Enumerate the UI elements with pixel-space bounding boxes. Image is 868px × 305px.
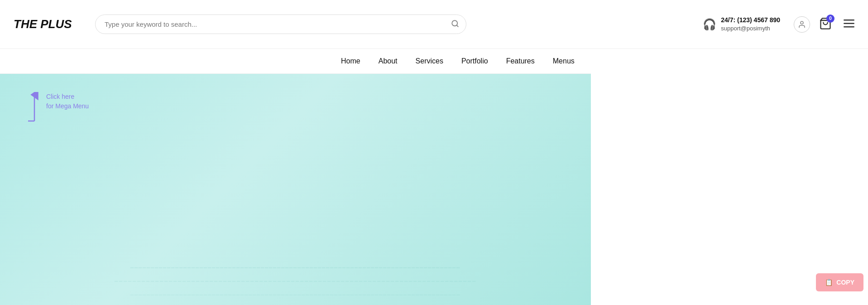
copy-icon: 📋 xyxy=(825,279,833,286)
logo: THE PLUS xyxy=(14,17,86,31)
svg-line-1 xyxy=(456,25,458,26)
headphone-icon: 🎧 xyxy=(703,18,716,31)
svg-rect-6 xyxy=(844,26,854,28)
content-area: Click here for Mega Menu ━━━━━━━━━━━━━━━… xyxy=(0,74,868,305)
search-icon xyxy=(451,19,459,28)
header-icons: 0 xyxy=(794,16,854,33)
search-bar xyxy=(95,15,466,34)
hamburger-icon[interactable] xyxy=(844,19,854,30)
main-nav-links: HomeAboutServicesPortfolioFeaturesMenusC… xyxy=(341,57,618,65)
contact-info: 🎧 24/7: (123) 4567 890 support@posimyth xyxy=(703,16,780,33)
contact-text: 24/7: (123) 4567 890 support@posimyth xyxy=(721,16,780,33)
nav-link-services[interactable]: Services xyxy=(416,57,443,65)
search-button[interactable] xyxy=(451,19,459,29)
cart-badge: 0 xyxy=(826,15,834,23)
svg-rect-4 xyxy=(844,19,854,21)
header: THE PLUS 🎧 24/7: (123) 4567 890 support@… xyxy=(0,0,868,49)
copy-button[interactable]: 📋 COPY xyxy=(816,273,863,291)
copy-label: COPY xyxy=(836,279,854,286)
arrow-up-icon xyxy=(27,92,42,116)
contact-email: support@posimyth xyxy=(721,24,780,33)
main-teal-area: Click here for Mega Menu ━━━━━━━━━━━━━━━… xyxy=(0,74,591,305)
nav-link-features[interactable]: Features xyxy=(506,57,535,65)
menu-icon xyxy=(844,19,854,28)
user-icon xyxy=(798,20,806,29)
mega-menu-hint: Click here for Mega Menu xyxy=(27,92,89,124)
svg-point-2 xyxy=(801,21,803,24)
background-pattern: ━━━━━━━━━━━━━━━━━━━━━━━━━━━━━━━━━━━━━━━━… xyxy=(115,262,477,300)
user-icon-button[interactable] xyxy=(794,16,810,33)
nav-link-about[interactable]: About xyxy=(379,57,398,65)
nav-link-menus[interactable]: Menus xyxy=(553,57,575,65)
nav-link-home[interactable]: Home xyxy=(341,57,360,65)
mega-menu-text: Click here for Mega Menu xyxy=(46,92,89,111)
cart-icon-button[interactable]: 0 xyxy=(819,17,832,32)
search-input[interactable] xyxy=(95,15,466,34)
arrow-corner-icon xyxy=(27,115,42,124)
svg-rect-5 xyxy=(844,23,854,24)
contact-phone: 24/7: (123) 4567 890 xyxy=(721,16,780,25)
nav-link-portfolio[interactable]: Portfolio xyxy=(461,57,488,65)
